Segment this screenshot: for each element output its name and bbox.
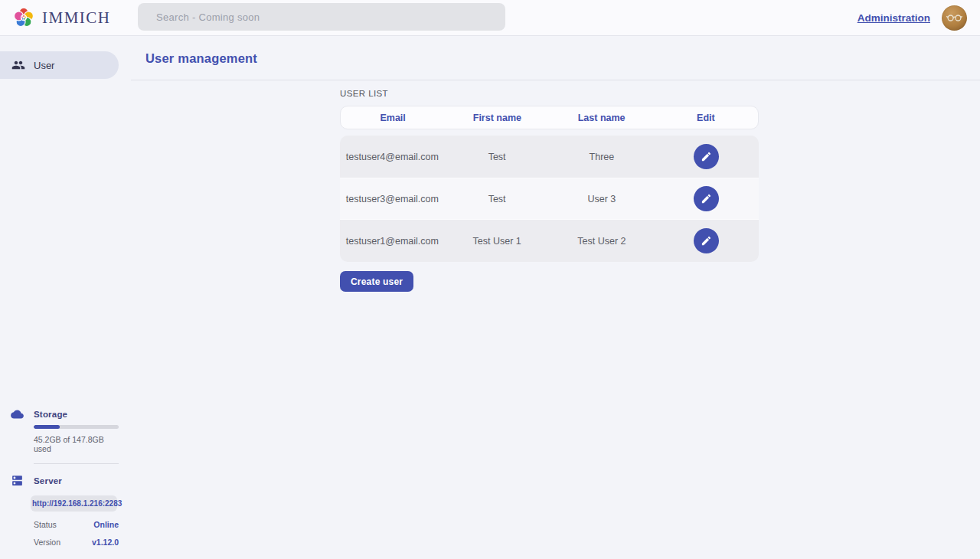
cell-first-name: Test <box>445 194 550 204</box>
server-version-label: Version <box>34 538 60 547</box>
sidebar-item-user-label: User <box>34 60 54 71</box>
edit-user-button[interactable] <box>694 186 719 211</box>
table-body: testuser4@email.com Test Three testuser3… <box>340 136 759 262</box>
cell-first-name: Test <box>445 152 550 162</box>
storage-progress-fill <box>34 425 60 429</box>
users-group-icon <box>11 58 25 72</box>
cell-edit <box>654 186 759 211</box>
sidebar-divider <box>34 463 119 464</box>
administration-link[interactable]: Administration <box>858 12 930 24</box>
search-bar <box>138 3 505 31</box>
cell-last-name: User 3 <box>550 194 655 204</box>
column-header-email: Email <box>341 113 445 123</box>
sidebar-footer: Storage 45.2GB of 147.8GB used Server ht… <box>0 409 119 559</box>
sidebar: User Storage 45.2GB of 147.8GB used <box>0 36 119 559</box>
section-title: USER LIST <box>340 89 759 98</box>
column-header-first-name: First name <box>445 113 549 123</box>
cell-edit <box>654 228 759 253</box>
cell-first-name: Test User 1 <box>445 236 550 247</box>
server-title: Server <box>34 476 62 485</box>
table-header: Email First name Last name Edit <box>340 106 759 129</box>
cell-email: testuser1@email.com <box>340 236 445 247</box>
edit-user-button[interactable] <box>694 228 719 253</box>
cell-last-name: Three <box>550 152 655 162</box>
immich-logo-icon <box>12 6 35 29</box>
table-row: testuser4@email.com Test Three <box>340 136 759 178</box>
table-row: testuser1@email.com Test User 1 Test Use… <box>340 220 759 262</box>
cell-email: testuser4@email.com <box>340 152 445 162</box>
search-input[interactable] <box>138 3 505 31</box>
pencil-icon <box>701 235 712 247</box>
pencil-icon <box>701 193 712 204</box>
column-header-edit: Edit <box>654 113 758 123</box>
server-status-label: Status <box>34 520 57 529</box>
page-title-bar: User management <box>119 36 980 80</box>
storage-usage-text: 45.2GB of 147.8GB used <box>34 435 119 453</box>
create-user-button[interactable]: Create user <box>340 271 413 292</box>
edit-user-button[interactable] <box>694 144 719 169</box>
cell-last-name: Test User 2 <box>550 236 655 247</box>
storage-progress-bar <box>34 425 119 429</box>
cloud-icon <box>11 409 24 420</box>
table-row: testuser3@email.com Test User 3 <box>340 178 759 220</box>
brand-title: IMMICH <box>42 8 111 28</box>
main-content: User management USER LIST Email First na… <box>119 36 980 559</box>
glasses-icon <box>946 14 962 22</box>
sidebar-item-user[interactable]: User <box>0 51 119 79</box>
cell-email: testuser3@email.com <box>340 194 445 204</box>
storage-title: Storage <box>34 410 67 419</box>
pencil-icon <box>701 151 712 162</box>
user-avatar[interactable] <box>942 5 967 31</box>
server-version-value: v1.12.0 <box>92 538 119 547</box>
top-bar: IMMICH Administration <box>0 0 980 36</box>
brand[interactable]: IMMICH <box>0 6 111 29</box>
server-icon <box>11 474 24 487</box>
page-title: User management <box>145 51 257 66</box>
column-header-last-name: Last name <box>550 113 654 123</box>
server-url: http://192.168.1.216:2283 <box>31 495 117 512</box>
cell-edit <box>654 144 759 169</box>
server-status-value: Online <box>93 520 119 529</box>
